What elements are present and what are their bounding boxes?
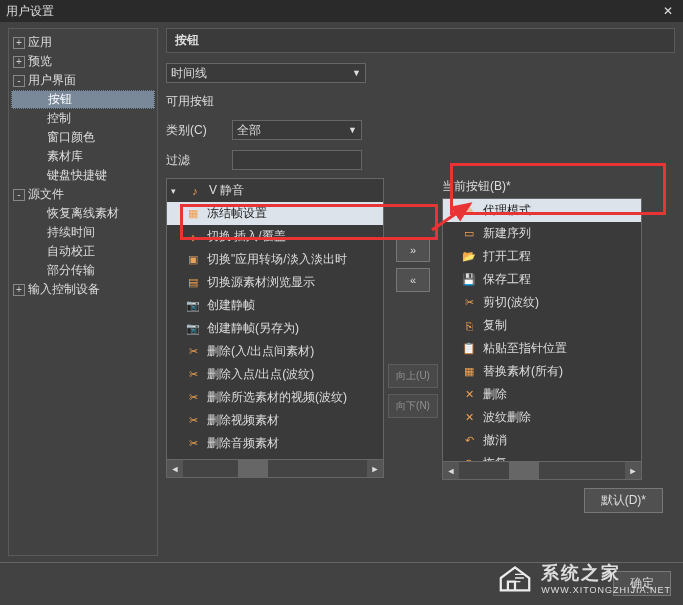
tree-item[interactable]: 键盘快捷键 bbox=[11, 166, 155, 185]
current-list: ✎代理模式▭新建序列📂打开工程💾保存工程✂剪切(波纹)⎘复制📋粘贴至指针位置▦替… bbox=[442, 198, 642, 480]
item-icon: ✂ bbox=[185, 437, 201, 451]
category-select[interactable]: 全部 ▼ bbox=[232, 120, 362, 140]
list-item[interactable]: ▭新建序列 bbox=[443, 222, 641, 245]
expand-icon[interactable]: + bbox=[13, 37, 25, 49]
item-label: 打开工程 bbox=[483, 248, 531, 265]
item-icon: ▦ bbox=[461, 365, 477, 379]
tree-item[interactable]: +输入控制设备 bbox=[11, 280, 155, 299]
item-icon: ↕ bbox=[185, 230, 201, 244]
move-up-button[interactable]: 向上(U) bbox=[388, 364, 438, 388]
move-down-button[interactable]: 向下(N) bbox=[388, 394, 438, 418]
item-label: 切换"应用转场/淡入淡出时 bbox=[207, 251, 347, 268]
tree-label: 窗口颜色 bbox=[47, 129, 95, 146]
chevron-down-icon: ▼ bbox=[352, 68, 361, 78]
item-label: 删除(入/出点间素材) bbox=[207, 343, 314, 360]
list-item[interactable]: 💾保存工程 bbox=[443, 268, 641, 291]
item-label: 代理模式 bbox=[483, 202, 531, 219]
tree-item[interactable]: 素材库 bbox=[11, 147, 155, 166]
tree-label: 恢复离线素材 bbox=[47, 205, 119, 222]
item-icon: ✂ bbox=[461, 296, 477, 310]
collapse-icon[interactable]: - bbox=[13, 189, 25, 201]
collapse-icon[interactable]: - bbox=[13, 75, 25, 87]
list-item[interactable]: ✕波纹删除 bbox=[443, 406, 641, 429]
item-label: 切换 插入/覆盖 bbox=[207, 228, 286, 245]
tree-item[interactable]: 控制 bbox=[11, 109, 155, 128]
item-icon: 📷 bbox=[185, 322, 201, 336]
collapse-icon[interactable]: ▾ bbox=[171, 186, 181, 196]
item-icon: ▭ bbox=[461, 227, 477, 241]
tree-label: 按钮 bbox=[48, 91, 72, 108]
filter-input[interactable] bbox=[232, 150, 362, 170]
expand-icon[interactable]: + bbox=[13, 56, 25, 68]
tree-item[interactable]: 窗口颜色 bbox=[11, 128, 155, 147]
item-label: 删除入点/出点(波纹) bbox=[207, 366, 314, 383]
item-icon: ⎘ bbox=[461, 319, 477, 333]
tree-item[interactable]: +应用 bbox=[11, 33, 155, 52]
list-item[interactable]: 📂打开工程 bbox=[443, 245, 641, 268]
list-item[interactable]: 📷创建静帧(另存为) bbox=[167, 317, 383, 340]
nav-tree: +应用 +预览 -用户界面 按钮 控制 窗口颜色 素材库 键盘快捷键 -源文件 … bbox=[8, 28, 158, 556]
list-item[interactable]: ↶撤消 bbox=[443, 429, 641, 452]
list-item[interactable]: ✂剪切(波纹) bbox=[443, 291, 641, 314]
list-item[interactable]: ▾♪V 静音 bbox=[167, 179, 383, 202]
item-label: 删除音频素材 bbox=[207, 435, 279, 452]
list-item[interactable]: ▤切换源素材浏览显示 bbox=[167, 271, 383, 294]
tree-item[interactable]: -用户界面 bbox=[11, 71, 155, 90]
tree-item[interactable]: 自动校正 bbox=[11, 242, 155, 261]
list-item[interactable]: ▦冻结帧设置 bbox=[167, 202, 383, 225]
list-item[interactable]: ⎘复制 bbox=[443, 314, 641, 337]
item-icon: ▣ bbox=[185, 253, 201, 267]
window-title: 用户设置 bbox=[6, 3, 54, 20]
item-icon: 💾 bbox=[461, 273, 477, 287]
item-icon: 📋 bbox=[461, 342, 477, 356]
tree-label: 自动校正 bbox=[47, 243, 95, 260]
item-icon: 📷 bbox=[185, 299, 201, 313]
item-label: 波纹删除 bbox=[483, 409, 531, 426]
dropdown-timeline[interactable]: 时间线 ▼ bbox=[166, 63, 366, 83]
current-buttons-label: 当前按钮(B)* bbox=[442, 178, 642, 198]
add-button[interactable]: » bbox=[396, 238, 430, 262]
tree-label: 素材库 bbox=[47, 148, 83, 165]
panel-title: 按钮 bbox=[166, 28, 675, 53]
tree-label: 控制 bbox=[47, 110, 71, 127]
category-label: 类别(C) bbox=[166, 122, 226, 139]
tree-item[interactable]: -源文件 bbox=[11, 185, 155, 204]
list-item[interactable]: ✂删除入点/出点(波纹) bbox=[167, 363, 383, 386]
tree-item[interactable]: 恢复离线素材 bbox=[11, 204, 155, 223]
item-icon: ▦ bbox=[185, 207, 201, 221]
list-item[interactable]: ✂删除视频素材 bbox=[167, 409, 383, 432]
remove-button[interactable]: « bbox=[396, 268, 430, 292]
watermark-text: 系统之家 bbox=[541, 561, 671, 585]
list-item[interactable]: ↷恢复 bbox=[443, 452, 641, 461]
tree-item-selected[interactable]: 按钮 bbox=[11, 90, 155, 109]
item-icon: ♪ bbox=[187, 184, 203, 198]
list-item[interactable]: ✕删除 bbox=[443, 383, 641, 406]
list-item[interactable]: ↕切换 插入/覆盖 bbox=[167, 225, 383, 248]
tree-label: 部分传输 bbox=[47, 262, 95, 279]
default-button[interactable]: 默认(D)* bbox=[584, 488, 663, 513]
item-icon: ✂ bbox=[185, 391, 201, 405]
list-item[interactable]: ✂删除音频素材 bbox=[167, 432, 383, 455]
item-label: 撤消 bbox=[483, 432, 507, 449]
list-item[interactable]: 📋粘贴至指针位置 bbox=[443, 337, 641, 360]
list-item[interactable]: ✎代理模式 bbox=[443, 199, 641, 222]
h-scrollbar[interactable]: ◄► bbox=[443, 461, 641, 479]
list-item[interactable]: ✂删除所选素材的视频(波纹) bbox=[167, 386, 383, 409]
expand-icon[interactable]: + bbox=[13, 284, 25, 296]
tree-item[interactable]: 持续时间 bbox=[11, 223, 155, 242]
item-icon: ✕ bbox=[461, 388, 477, 402]
item-label: 删除视频素材 bbox=[207, 412, 279, 429]
close-icon[interactable]: ✕ bbox=[659, 3, 677, 19]
tree-item[interactable]: 部分传输 bbox=[11, 261, 155, 280]
item-label: 保存工程 bbox=[483, 271, 531, 288]
watermark: 系统之家 WWW.XITONGZHIJIA.NET bbox=[497, 561, 671, 595]
list-item[interactable]: ✂删除(入/出点间素材) bbox=[167, 340, 383, 363]
h-scrollbar[interactable]: ◄► bbox=[167, 459, 383, 477]
filter-label: 过滤 bbox=[166, 152, 226, 169]
list-item[interactable]: ▣切换"应用转场/淡入淡出时 bbox=[167, 248, 383, 271]
list-item[interactable]: 📷创建静帧 bbox=[167, 294, 383, 317]
tree-item[interactable]: +预览 bbox=[11, 52, 155, 71]
item-label: 删除 bbox=[483, 386, 507, 403]
list-item[interactable]: ▦替换素材(所有) bbox=[443, 360, 641, 383]
item-icon: 📂 bbox=[461, 250, 477, 264]
